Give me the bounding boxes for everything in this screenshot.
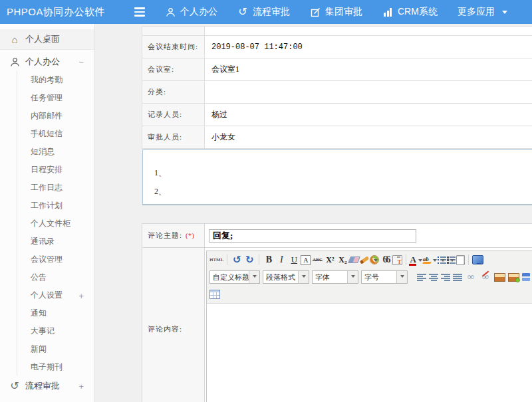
sidebar-item-6[interactable]: 手机短信 [0,125,94,143]
sidebar-item-label: 日程安排 [31,164,63,175]
sidebar-item-13[interactable]: 会议管理 [0,251,94,268]
expand-icon[interactable]: + [78,382,84,391]
dropdown-caret-icon [347,271,358,283]
undo-icon[interactable]: ↺ [231,254,243,266]
rich-text-editor: HTML↺↻BIUAABCX²X₂66Aab 自定义标题 段落格式 [206,251,532,402]
sidebar-item-17[interactable]: 大事记 [0,322,94,340]
font-color-icon[interactable]: A [410,254,422,266]
field-label: 分类: [142,81,205,104]
nav-item-label: 流程审批 [253,6,290,18]
image-icon[interactable] [494,273,505,282]
icon-glyph: ↺ [233,254,241,266]
separator [259,254,259,265]
align-center-icon[interactable] [429,274,438,281]
sidebar-item-5[interactable]: 内部邮件 [0,107,94,125]
sidebar-item-20[interactable]: ↺流程审批+ [0,376,94,396]
remove-format-icon[interactable] [348,256,360,263]
superscript-icon[interactable]: X² [324,254,336,266]
sidebar-item-14[interactable]: 公告 [0,268,94,286]
sidebar-item-11[interactable]: 个人文件柜 [0,215,94,233]
blockquote-icon[interactable]: 66 [380,254,392,266]
align-right-icon[interactable] [441,274,450,281]
table-row: 审批人员:小龙女 [142,126,532,149]
comment-subject-label: 评论主题: [148,231,182,239]
unordered-list-icon[interactable] [447,256,456,264]
editor-toolbar-row3 [209,286,532,302]
required-mark: (*) [186,231,194,239]
source-code-button[interactable]: HTML [209,254,223,266]
sidebar-item-label: 任务管理 [31,92,63,104]
paste-icon[interactable] [392,255,402,265]
sidebar-item-8[interactable]: 日程安排 [0,161,94,179]
sidebar-item-9[interactable]: 工作日志 [0,179,94,197]
field-value [205,81,532,104]
separator [468,254,469,265]
sidebar-item-19[interactable]: 电子期刊 [0,358,94,376]
icon-glyph: ab [423,256,431,264]
table-icon[interactable] [209,290,220,299]
field-value: 会议室1 [205,58,532,81]
separator [227,254,227,265]
nav-item-4[interactable]: CRM系统 [382,6,438,18]
nav-item-1[interactable]: 个人办公 [165,6,217,18]
sidebar-item-15[interactable]: 个人设置+ [0,286,94,304]
collapse-icon[interactable]: − [78,58,84,66]
font-size-dropdown[interactable]: 字号 [361,270,408,284]
align-left-icon[interactable] [417,274,426,281]
sidebar-item-2[interactable]: 个人办公− [0,52,94,71]
caret-down-icon [499,7,510,17]
link-icon[interactable]: ∞ [465,271,477,284]
comment-subject-input[interactable] [209,229,416,243]
media-icon[interactable] [522,273,530,281]
icon-glyph: U [291,254,297,265]
fullscreen-icon[interactable] [472,255,483,264]
flash-icon[interactable] [508,273,519,282]
sidebar-item-label: 手机短信 [31,128,63,140]
justify-icon[interactable] [453,274,462,281]
sidebar-item-label: 个人文件柜 [31,218,70,229]
sidebar-item-7[interactable]: 短消息 [0,143,94,161]
editor-content-area[interactable] [207,304,532,402]
font-family-dropdown[interactable]: 字体 [312,270,358,284]
new-page-icon[interactable] [456,255,465,265]
heading-style-dropdown[interactable]: 自定义标题 [209,270,260,284]
redo-icon[interactable]: ↻ [243,254,255,266]
strikethrough-icon[interactable]: ABC [311,254,323,266]
expand-icon[interactable]: + [78,291,84,300]
nav-item-3[interactable]: 集团审批 [310,6,362,18]
sidebar-item-10[interactable]: 工作计划 [0,197,94,215]
bold-icon[interactable]: B [263,254,275,266]
format-brush-icon[interactable] [360,256,369,264]
sidebar-item-label: 会议管理 [31,254,63,265]
subscript-icon[interactable]: X₂ [336,254,348,266]
icon-glyph: I [280,254,283,265]
icon-glyph: 66 [382,254,389,265]
nav-item-5[interactable]: 更多应用 [458,6,510,18]
font-name-icon[interactable]: A [301,255,311,265]
color-palette-icon[interactable] [370,255,379,264]
italic-icon[interactable]: I [275,254,287,266]
sidebar-item-4[interactable]: 任务管理 [0,89,94,107]
sidebar-item-12[interactable]: 通讯录 [0,233,94,251]
field-label: 会议结束时间: [142,36,205,58]
meeting-notes-box: 1、 2、 [142,150,532,205]
caret-down-icon [418,259,422,264]
paragraph-format-dropdown[interactable]: 段落格式 [263,270,309,284]
sidebar-item-16[interactable]: 通知 [0,304,94,322]
hamburger-menu-icon[interactable] [134,7,145,16]
icon-glyph: B [266,254,272,265]
underline-icon[interactable]: U [288,254,300,266]
unlink-icon[interactable]: ∞ [479,271,491,284]
sidebar-item-1[interactable]: ⌂个人桌面 [0,29,94,50]
home-icon: ⌂ [9,34,20,45]
icon-glyph: ABC [313,257,323,262]
field-label: 会议室: [142,58,205,81]
sidebar-item-label: 个人办公 [25,56,60,68]
sidebar-item-18[interactable]: 新闻 [0,340,94,358]
ordered-list-icon[interactable] [438,256,446,264]
nav-item-2[interactable]: ↺流程审批 [237,6,290,18]
sidebar-item-label: 我的考勤 [31,74,63,86]
sidebar-item-3[interactable]: 我的考勤 [0,71,94,89]
table-spacer-value-cell [205,27,532,36]
highlight-color-icon[interactable]: ab [423,254,437,266]
